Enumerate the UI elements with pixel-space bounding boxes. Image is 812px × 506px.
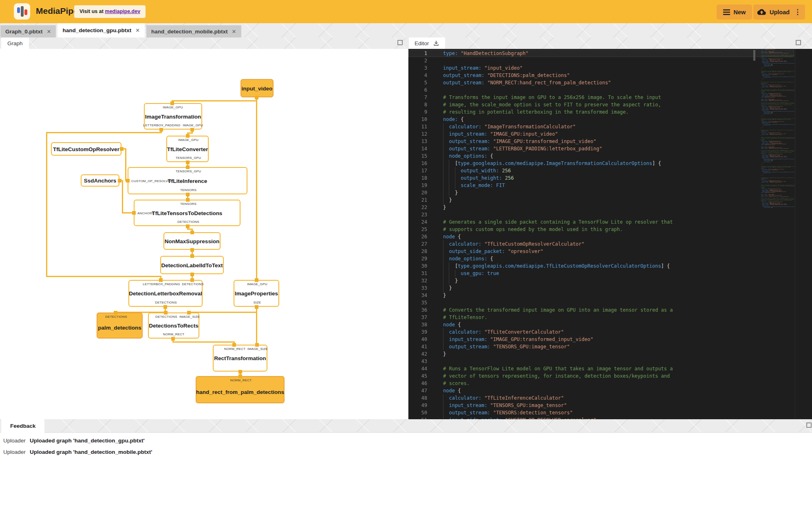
tab-graph[interactable]: Graph [1, 37, 29, 49]
code-line-9[interactable]: 9# resulting in potential letterboxing i… [408, 108, 794, 116]
code-line-40[interactable]: 40input_stream: "IMAGE_GPU:transformed_i… [408, 336, 794, 343]
code-line-16[interactable]: 16[type.googleapis.com/mediapipe.ImageTr… [408, 160, 794, 167]
maximize-feedback-panel-icon[interactable] [806, 422, 812, 428]
code-line-39[interactable]: 39calculator: "TfLiteConverterCalculator… [408, 328, 794, 336]
graph-node-tflite_custom_op_resolver[interactable]: TfLiteCustomOpResolver [51, 142, 121, 156]
more-options-icon[interactable]: ⋮ [794, 8, 801, 16]
mediapipe-dev-link[interactable]: mediapipe.dev [105, 9, 140, 14]
code-line-41[interactable]: 41output_stream: "TENSORS_GPU:image_tens… [408, 343, 794, 350]
code-line-7[interactable]: 7# Transforms the input image on GPU to … [408, 94, 794, 101]
code-line-10[interactable]: 10node: { [408, 116, 794, 123]
code-line-47[interactable]: 47node { [408, 387, 794, 394]
minimap[interactable]: type: "HandDetectionSubgraph"input_strea… [761, 49, 794, 209]
code-line-28[interactable]: 28output_side_packet: "opresolver" [408, 248, 794, 255]
line-number: 21 [408, 196, 427, 204]
port-label: IMAGE_GPU [178, 138, 198, 142]
mediapipe-logo[interactable] [14, 3, 30, 20]
code-text: output_stream: "NORM_RECT:hand_rect_from… [443, 79, 611, 86]
code-line-49[interactable]: 49input_stream: "TENSORS_GPU:image_tenso… [408, 402, 794, 409]
code-line-35[interactable]: 35 [408, 299, 794, 306]
code-line-6[interactable]: 6 [408, 86, 794, 94]
code-line-8[interactable]: 8# image, the scale_mode option is set t… [408, 101, 794, 108]
code-line-34[interactable]: 34} [408, 292, 794, 299]
new-button[interactable]: New [717, 4, 752, 20]
graph-node-image_properties[interactable]: ImagePropertiesIMAGE_GPUSIZE [234, 280, 279, 307]
code-line-31[interactable]: 31use_gpu: true [408, 270, 794, 277]
graph-node-image_transformation[interactable]: ImageTransformationIMAGE_GPULETTERBOX_PA… [144, 103, 202, 130]
code-line-38[interactable]: 38node { [408, 321, 794, 328]
code-text: output_stream: "TENSORS_GPU:image_tensor… [443, 343, 570, 350]
code-editor[interactable]: 1type: "HandDetectionSubgraph"23input_st… [408, 49, 812, 419]
code-line-1[interactable]: 1type: "HandDetectionSubgraph" [408, 50, 794, 57]
code-line-11[interactable]: 11calculator: "ImageTransformationCalcul… [408, 123, 794, 130]
visit-prefix: Visit us at [79, 9, 105, 14]
code-line-14[interactable]: 14output_stream: "LETTERBOX_PADDING:lett… [408, 145, 794, 152]
code-line-27[interactable]: 27calculator: "TfLiteCustomOpResolverCal… [408, 240, 794, 248]
close-icon[interactable]: ✕ [232, 29, 236, 35]
code-line-42[interactable]: 42} [408, 350, 794, 358]
code-line-45[interactable]: 45# vector of tensors representing, for … [408, 372, 794, 380]
graph-node-detection_letterbox_removal[interactable]: DetectionLetterboxRemovalLETTERBOX_PADDI… [128, 280, 203, 307]
code-line-3[interactable]: 3input_stream: "input_video" [408, 64, 794, 72]
editor-scrollbar[interactable] [795, 49, 795, 419]
code-line-25[interactable]: 25# supports custom ops needed by the mo… [408, 226, 794, 233]
file-tab-2[interactable]: hand_detection_mobile.pbtxt✕ [146, 25, 241, 37]
tab-editor[interactable]: Editor [409, 37, 445, 49]
code-line-43[interactable]: 43 [408, 358, 794, 365]
code-line-22[interactable]: 22} [408, 204, 794, 211]
graph-node-detection_label_id_to_text[interactable]: DetectionLabelIdToText [160, 256, 224, 274]
code-line-23[interactable]: 23 [408, 211, 794, 218]
graph-node-tflite_inference[interactable]: TfLiteInferenceTENSORS_GPUCUSTOM_OP_RESO… [128, 167, 247, 194]
graph-node-input_video[interactable]: input_video [241, 79, 274, 97]
graph-node-ssd_anchors[interactable]: SsdAnchors [81, 174, 119, 187]
code-line-15[interactable]: 15node_options: { [408, 152, 794, 160]
code-line-46[interactable]: 46# scores. [408, 380, 794, 387]
code-line-13[interactable]: 13output_stream: "IMAGE_GPU:transformed_… [408, 138, 794, 145]
code-line-36[interactable]: 36# Converts the transformed input image… [408, 306, 794, 314]
logo-bar-gray [21, 6, 24, 17]
code-line-37[interactable]: 37# TfLiteTensor. [408, 314, 794, 321]
maximize-graph-panel-icon[interactable] [397, 40, 403, 45]
code-line-30[interactable]: 30[type.googleapis.com/mediapipe.TfLiteC… [408, 262, 794, 270]
node-title: palm_detections [98, 325, 141, 331]
graph-node-non_max_suppression[interactable]: NonMaxSuppression [163, 232, 221, 250]
graph-node-palm_detections[interactable]: palm_detectionsDETECTIONS [97, 312, 143, 339]
file-tab-0[interactable]: Graph_0.pbtxt✕ [0, 25, 56, 37]
code-line-5[interactable]: 5output_stream: "NORM_RECT:hand_rect_fro… [408, 79, 794, 86]
line-number: 23 [408, 211, 427, 218]
close-icon[interactable]: ✕ [47, 29, 51, 35]
code-line-48[interactable]: 48calculator: "TfLiteInferenceCalculator… [408, 394, 794, 402]
tab-feedback[interactable]: Feedback [1, 419, 44, 433]
panel-tab-row: Graph Editor [0, 37, 812, 49]
code-line-24[interactable]: 24# Generates a single side packet conta… [408, 218, 794, 226]
graph-canvas[interactable]: input_videoImageTransformationIMAGE_GPUL… [0, 49, 408, 419]
code-line-20[interactable]: 20} [408, 189, 794, 196]
code-line-32[interactable]: 32} [408, 277, 794, 284]
code-line-33[interactable]: 33} [408, 284, 794, 292]
upload-button[interactable]: Upload ⋮ [753, 4, 805, 20]
maximize-editor-panel-icon[interactable] [796, 40, 801, 45]
file-tab-1[interactable]: hand_detection_gpu.pbtxt✕ [57, 23, 145, 37]
code-line-4[interactable]: 4output_stream: "DETECTIONS:palm_detecti… [408, 72, 794, 79]
code-line-12[interactable]: 12input_stream: "IMAGE_GPU:input_video" [408, 130, 794, 138]
port-marker [190, 248, 194, 252]
graph-node-detections_to_rects[interactable]: DetectionsToRectsDETECTIONSIMAGE_SIZENOR… [148, 312, 199, 339]
code-line-44[interactable]: 44# Runs a TensorFlow Lite model on GPU … [408, 365, 794, 372]
code-line-50[interactable]: 50output_stream: "TENSORS:detection_tens… [408, 409, 794, 416]
close-icon[interactable]: ✕ [135, 27, 140, 33]
download-icon[interactable] [433, 40, 439, 46]
graph-node-hand_rect_from_palm_detections[interactable]: hand_rect_from_palm_detectionsNORM_RECT [196, 376, 285, 403]
graph-node-tflite_converter[interactable]: TfLiteConverterIMAGE_GPUTENSORS_GPU [166, 136, 209, 162]
line-number: 10 [408, 116, 427, 123]
code-line-2[interactable]: 2 [408, 57, 794, 64]
code-line-19[interactable]: 19scale_mode: FIT [408, 182, 794, 189]
code-line-51[interactable]: 51input_side_packet: "CUSTOM_OP_RESOLVER… [408, 416, 794, 419]
code-line-29[interactable]: 29node_options: { [408, 255, 794, 262]
code-line-17[interactable]: 17output_width: 256 [408, 167, 794, 174]
code-text: # vector of tensors representing, for in… [443, 372, 670, 380]
code-line-26[interactable]: 26node { [408, 233, 794, 240]
graph-node-rect_transformation[interactable]: RectTransformationNORM_RECTIMAGE_SIZE [213, 345, 267, 372]
code-line-21[interactable]: 21} [408, 196, 794, 204]
code-line-18[interactable]: 18output_height: 256 [408, 174, 794, 182]
graph-node-tflite_tensors_to_detections[interactable]: TfLiteTensorsToDetectionsTENSORSANCHORSD… [134, 200, 241, 226]
